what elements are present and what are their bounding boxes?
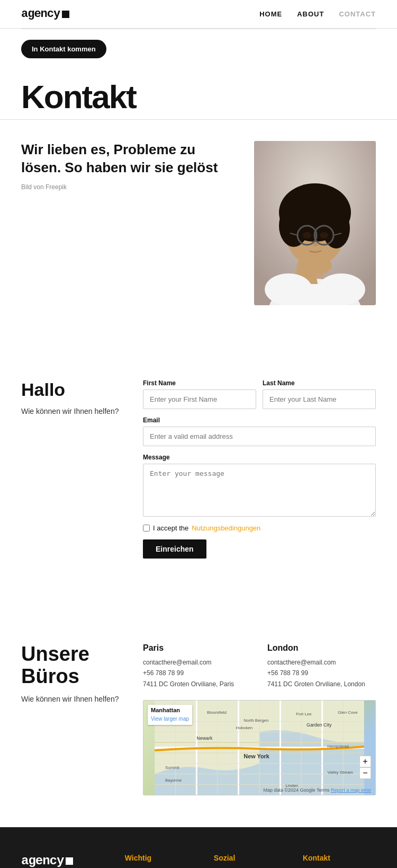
- svg-text:Garden City: Garden City: [306, 723, 332, 728]
- terms-link[interactable]: Nutzungsbedingungen: [192, 524, 260, 532]
- london-phone: +56 788 78 99: [267, 668, 376, 678]
- footer-wichtig-title: Wichtig: [125, 854, 198, 862]
- offices-right: Paris contacthere@email.com +56 788 78 9…: [143, 643, 376, 795]
- zoom-out-button[interactable]: −: [359, 767, 371, 779]
- map-container[interactable]: New York Newark Garden City Summit Bayon…: [143, 700, 376, 795]
- map-attribution: Map data ©2024 Google Terms Report a map…: [263, 787, 371, 793]
- footer-sozial-title: Sozial: [214, 854, 287, 862]
- london-city: London: [267, 643, 376, 653]
- hero-text: Wir lieben es, Probleme zu lösen. So hab…: [21, 141, 238, 191]
- email-label: Email: [143, 417, 376, 424]
- logo-icon: [62, 11, 69, 18]
- paris-city: Paris: [143, 643, 251, 653]
- map-label-box[interactable]: Manhattan View larger map: [148, 705, 192, 725]
- svg-point-18: [313, 242, 318, 246]
- svg-text:Glen Cove: Glen Cove: [338, 710, 358, 715]
- hero-heading: Wir lieben es, Probleme zu lösen. So hab…: [21, 141, 238, 177]
- paris-email: contacthere@email.com: [143, 657, 251, 668]
- svg-point-10: [295, 190, 335, 211]
- last-name-label: Last Name: [263, 379, 376, 387]
- office-london: London contacthere@email.com +56 788 78 …: [267, 643, 376, 689]
- svg-point-17: [320, 232, 328, 238]
- nav-home[interactable]: HOME: [259, 10, 282, 18]
- terms-checkbox[interactable]: [143, 525, 150, 532]
- map-report[interactable]: Report a map error: [331, 787, 371, 793]
- footer-top: agency Wichtig Journal Karriere Mission …: [21, 854, 376, 868]
- london-email: contacthere@email.com: [267, 657, 376, 668]
- contact-subtext: Wie können wir Ihnen helfen?: [21, 406, 122, 417]
- footer: agency Wichtig Journal Karriere Mission …: [0, 827, 397, 868]
- offices-grid: Paris contacthere@email.com +56 788 78 9…: [143, 643, 376, 689]
- logo[interactable]: agency: [21, 7, 69, 21]
- first-name-group: First Name: [143, 379, 256, 409]
- contact-form: First Name Last Name Email Message I acc…: [143, 379, 376, 559]
- hero-caption: Bild von Freepik: [21, 183, 238, 191]
- message-label: Message: [143, 454, 376, 461]
- message-group: Message: [143, 454, 376, 517]
- svg-text:Bayonne: Bayonne: [165, 778, 182, 783]
- map-placeholder: New York Newark Garden City Summit Bayon…: [143, 701, 375, 795]
- office-paris: Paris contacthere@email.com +56 788 78 9…: [143, 643, 251, 689]
- svg-text:Fort Lee: Fort Lee: [296, 712, 312, 716]
- contact-section: Hallo Wie können wir Ihnen helfen? First…: [0, 348, 397, 590]
- svg-point-16: [303, 232, 311, 238]
- terms-row: I accept the Nutzungsbedingungen: [143, 524, 376, 532]
- last-name-input[interactable]: [263, 389, 376, 409]
- footer-wichtig: Wichtig Journal Karriere Mission & Visio…: [125, 854, 198, 868]
- hero-section: Wir lieben es, Probleme zu lösen. So hab…: [0, 120, 397, 326]
- submit-button[interactable]: Einreichen: [143, 539, 206, 559]
- svg-text:New York: New York: [243, 753, 269, 759]
- map-zoom-controls: + −: [359, 756, 371, 779]
- nav-contact[interactable]: CONTACT: [339, 10, 376, 18]
- hero-image: [254, 141, 376, 305]
- offices-subtext: Wie können wir Ihnen helfen?: [21, 694, 122, 705]
- cta-button[interactable]: In Kontakt kommen: [21, 40, 106, 58]
- hero-person-illustration: [254, 141, 376, 305]
- last-name-group: Last Name: [263, 379, 376, 409]
- footer-kontakt-title: Kontakt: [303, 854, 376, 862]
- map-label: Manhattan: [151, 707, 189, 713]
- footer-logo: agency: [21, 854, 109, 868]
- svg-text:North Bergen: North Bergen: [243, 718, 268, 723]
- logo-text: agency: [21, 7, 60, 21]
- footer-sozial: Sozial Facebook Twitter Instagram Linked…: [214, 854, 287, 868]
- header: agency HOME ABOUT CONTACT: [0, 0, 397, 29]
- first-name-input[interactable]: [143, 389, 256, 409]
- offices-left: Unsere Büros Wie können wir Ihnen helfen…: [21, 643, 122, 704]
- map-view-larger[interactable]: View larger map: [151, 716, 189, 722]
- offices-heading: Unsere Büros: [21, 643, 122, 688]
- message-textarea[interactable]: [143, 464, 376, 517]
- email-group: Email: [143, 417, 376, 446]
- svg-rect-23: [281, 284, 349, 305]
- paris-phone: +56 788 78 99: [143, 668, 251, 678]
- map-terms: Terms: [317, 787, 330, 793]
- svg-text:Summit: Summit: [165, 765, 180, 770]
- footer-logo-box: [66, 857, 73, 865]
- offices-section: Unsere Büros Wie können wir Ihnen helfen…: [0, 612, 397, 827]
- london-info: contacthere@email.com +56 788 78 99 7411…: [267, 657, 376, 689]
- email-input[interactable]: [143, 427, 376, 446]
- paris-address: 7411 DC Groten Orviliane, Paris: [143, 679, 251, 689]
- page-title-section: Kontakt: [0, 69, 397, 120]
- paris-info: contacthere@email.com +56 788 78 99 7411…: [143, 657, 251, 689]
- nav-about[interactable]: ABOUT: [297, 10, 324, 18]
- svg-text:Bloomfield: Bloomfield: [207, 710, 227, 715]
- svg-text:Valley Stream: Valley Stream: [328, 770, 354, 775]
- main-nav: HOME ABOUT CONTACT: [259, 10, 376, 18]
- footer-kontakt: Kontakt contacthere@email.com +11 234 44…: [303, 854, 376, 868]
- svg-text:Newark: Newark: [196, 736, 213, 741]
- map-data-text: Map data ©2024 Google: [263, 787, 315, 793]
- contact-left: Hallo Wie können wir Ihnen helfen?: [21, 379, 122, 417]
- contact-heading: Hallo: [21, 379, 122, 400]
- terms-text: I accept the: [153, 524, 188, 532]
- cta-section: In Kontakt kommen: [0, 29, 397, 69]
- page-title: Kontakt: [21, 79, 376, 114]
- zoom-in-button[interactable]: +: [359, 756, 371, 767]
- first-name-label: First Name: [143, 379, 256, 387]
- london-address: 7411 DC Groten Orviliane, London: [267, 679, 376, 689]
- footer-logo-text[interactable]: agency: [21, 854, 109, 868]
- svg-text:Hempstead: Hempstead: [328, 744, 349, 749]
- svg-text:Hoboken: Hoboken: [236, 726, 253, 731]
